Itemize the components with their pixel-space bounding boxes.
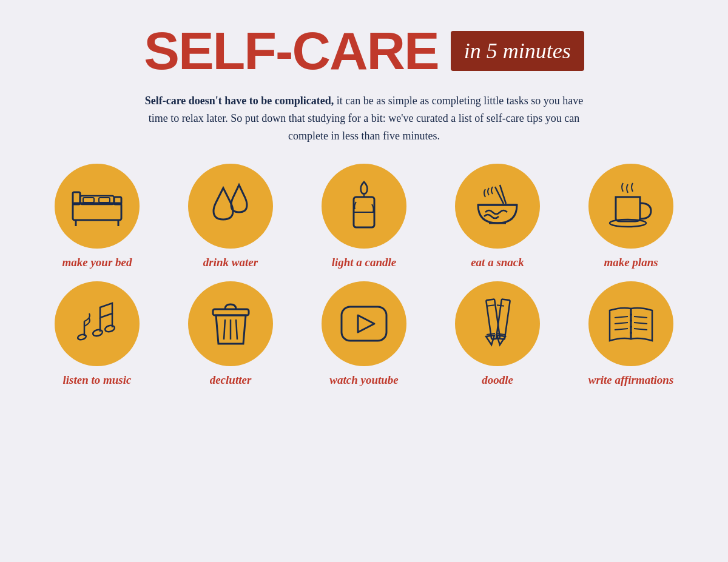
tips-grid: make your bed drink water [36, 164, 692, 387]
svg-line-41 [615, 316, 628, 318]
svg-line-23 [224, 319, 225, 340]
svg-line-13 [495, 187, 504, 204]
icon-circle-bed [55, 164, 140, 249]
icon-circle-doodle [455, 281, 540, 366]
icon-circle-declutter [188, 281, 273, 366]
svg-line-31 [487, 306, 494, 307]
doodle-icon [473, 296, 522, 351]
item-light-a-candle: light a candle [306, 164, 422, 269]
row-2: listen to music [36, 281, 692, 387]
icon-circle-affirmations [588, 281, 673, 366]
label-make-plans: make plans [604, 256, 658, 269]
trash-icon [208, 298, 254, 350]
svg-line-34 [496, 333, 505, 335]
subtitle: Self-care doesn't have to be complicated… [140, 92, 588, 144]
icon-circle-water [188, 164, 273, 249]
youtube-icon [337, 299, 391, 348]
icon-circle-music [55, 281, 140, 366]
label-eat-a-snack: eat a snack [471, 256, 524, 269]
icon-circle-plans [588, 164, 673, 249]
icon-circle-snack [455, 164, 540, 249]
svg-point-38 [630, 319, 632, 322]
item-make-plans: make plans [573, 164, 689, 269]
water-icon [206, 182, 255, 230]
candle-icon [343, 179, 385, 233]
item-eat-a-snack: eat a snack [440, 164, 555, 269]
item-drink-water: drink water [173, 164, 288, 269]
main-title: SELF-CARE [144, 24, 439, 78]
svg-point-18 [92, 329, 103, 337]
plans-icon [604, 182, 658, 230]
snack-icon [472, 182, 524, 230]
svg-rect-4 [83, 198, 94, 202]
label-listen-to-music: listen to music [63, 373, 132, 387]
title-badge: in 5 minutes [451, 31, 584, 71]
item-doodle: doodle [440, 281, 555, 387]
icon-circle-youtube [322, 281, 406, 366]
item-listen-to-music: listen to music [39, 281, 155, 387]
row-1: make your bed drink water [36, 164, 692, 269]
svg-point-19 [104, 324, 115, 333]
svg-point-37 [630, 313, 632, 316]
svg-rect-26 [342, 307, 386, 341]
item-declutter: declutter [173, 281, 288, 387]
header: SELF-CARE in 5 minutes [144, 24, 584, 78]
page-container: SELF-CARE in 5 minutes Self-care doesn't… [0, 0, 728, 562]
svg-point-39 [630, 326, 632, 328]
svg-line-25 [236, 319, 237, 340]
svg-point-40 [630, 332, 632, 334]
svg-point-21 [77, 333, 87, 340]
item-watch-youtube: watch youtube [306, 281, 422, 387]
label-doodle: doodle [482, 373, 513, 387]
svg-marker-27 [358, 315, 374, 332]
music-icon [70, 298, 124, 350]
svg-line-46 [634, 329, 647, 330]
label-make-your-bed: make your bed [62, 256, 132, 269]
label-drink-water: drink water [203, 256, 258, 269]
svg-rect-5 [99, 198, 110, 202]
svg-line-42 [615, 323, 628, 324]
icon-circle-candle [322, 164, 406, 249]
svg-rect-0 [73, 203, 121, 220]
svg-line-30 [487, 333, 495, 335]
label-declutter: declutter [210, 373, 252, 387]
label-write-affirmations: write affirmations [588, 373, 674, 387]
subtitle-bold: Self-care doesn't have to be complicated… [145, 95, 334, 107]
item-make-your-bed: make your bed [39, 164, 155, 269]
label-watch-youtube: watch youtube [329, 373, 398, 387]
bed-icon [70, 185, 124, 227]
item-write-affirmations: write affirmations [573, 281, 689, 387]
affirmations-icon [604, 299, 658, 348]
svg-line-43 [615, 329, 628, 330]
label-light-a-candle: light a candle [332, 256, 397, 269]
svg-line-35 [497, 306, 504, 307]
svg-line-44 [634, 316, 647, 318]
svg-line-45 [634, 323, 647, 324]
